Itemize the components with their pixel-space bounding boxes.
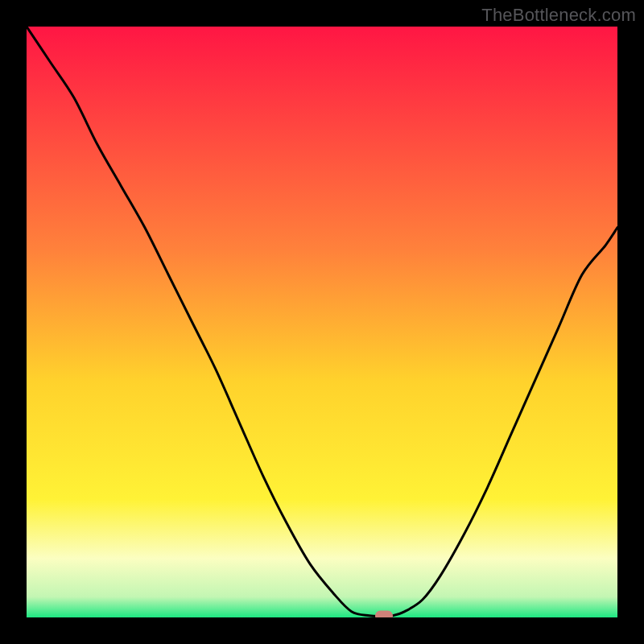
optimal-marker (375, 610, 393, 617)
watermark-text: TheBottleneck.com (481, 5, 636, 26)
chart-plot-area (27, 27, 617, 617)
chart-background (27, 27, 617, 617)
chart-svg (27, 27, 617, 617)
